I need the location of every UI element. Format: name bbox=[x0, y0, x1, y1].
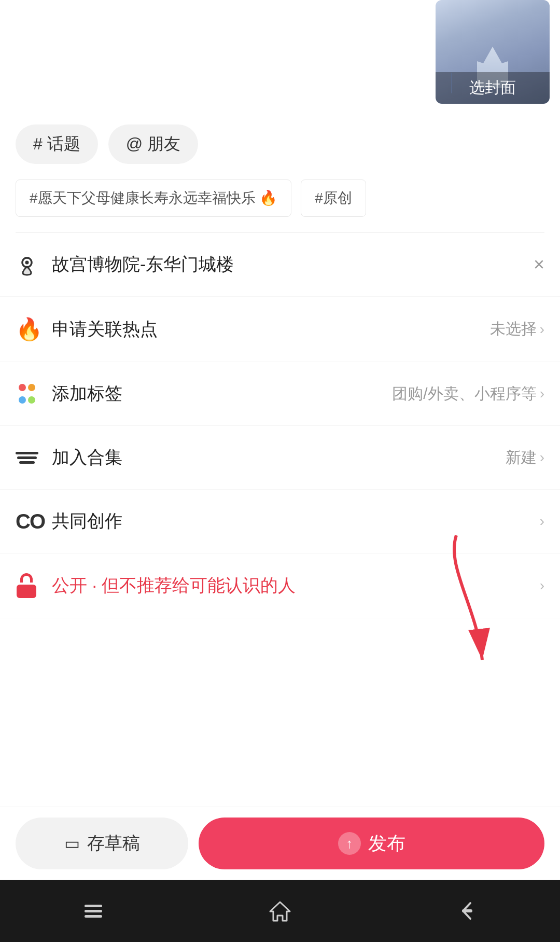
hashtag-text-1: #原创 bbox=[315, 188, 352, 208]
friend-label: @ 朋友 bbox=[126, 133, 180, 156]
hashtag-chip-0[interactable]: #愿天下父母健康长寿永远幸福快乐 🔥 bbox=[16, 179, 291, 217]
hashtag-chip-1[interactable]: #原创 bbox=[301, 179, 366, 217]
collection-value-text: 新建 bbox=[506, 447, 537, 468]
co-create-row[interactable]: CO 共同创作 › bbox=[0, 490, 560, 553]
tag-pills-area: # 话题 @ 朋友 bbox=[0, 114, 560, 174]
publish-button[interactable]: ↑ 发布 bbox=[199, 818, 544, 869]
privacy-row[interactable]: 公开 · 但不推荐给可能认识的人 › bbox=[0, 553, 560, 618]
friend-pill[interactable]: @ 朋友 bbox=[108, 124, 198, 164]
dots-icon bbox=[16, 382, 52, 405]
nav-bar bbox=[0, 880, 560, 942]
hot-row[interactable]: 🔥 申请关联热点 未选择 › bbox=[0, 297, 560, 362]
draft-icon: ▭ bbox=[64, 834, 80, 853]
svg-rect-5 bbox=[85, 915, 102, 918]
collection-value: 新建 › bbox=[506, 447, 544, 468]
hot-value-text: 未选择 bbox=[490, 318, 537, 340]
topic-pill[interactable]: # 话题 bbox=[16, 124, 98, 164]
nav-back-icon[interactable] bbox=[454, 898, 480, 924]
tag-row[interactable]: 添加标签 团购/外卖、小程序等 › bbox=[0, 362, 560, 426]
co-create-label: 共同创作 bbox=[52, 509, 540, 533]
lock-icon bbox=[16, 573, 52, 598]
topic-label: # 话题 bbox=[33, 133, 80, 156]
nav-menu-icon[interactable] bbox=[80, 898, 106, 924]
location-icon bbox=[16, 253, 52, 276]
layers-icon bbox=[16, 446, 52, 469]
privacy-chevron: › bbox=[540, 577, 544, 594]
privacy-label: 公开 · 但不推荐给可能认识的人 bbox=[52, 574, 540, 598]
draft-label: 存草稿 bbox=[87, 832, 140, 855]
nav-home-icon[interactable] bbox=[267, 898, 293, 924]
location-label: 故宫博物院-东华门城楼 bbox=[52, 253, 534, 276]
hot-chevron: › bbox=[540, 321, 544, 338]
svg-rect-4 bbox=[85, 910, 102, 912]
publish-label: 发布 bbox=[368, 831, 405, 856]
privacy-chevron-wrap: › bbox=[540, 577, 544, 594]
tag-value: 团购/外卖、小程序等 › bbox=[392, 383, 544, 405]
svg-rect-6 bbox=[462, 909, 472, 912]
tag-label: 添加标签 bbox=[52, 382, 392, 406]
hashtag-strip: #愿天下父母健康长寿永远幸福快乐 🔥 #原创 bbox=[0, 174, 560, 232]
co-create-chevron-wrap: › bbox=[540, 513, 544, 530]
svg-rect-3 bbox=[85, 905, 102, 907]
action-bar: ▭ 存草稿 ↑ 发布 bbox=[0, 807, 560, 880]
cover-thumbnail[interactable]: 选封面 bbox=[436, 0, 550, 104]
cover-label[interactable]: 选封面 bbox=[436, 72, 550, 104]
draft-button[interactable]: ▭ 存草稿 bbox=[16, 818, 188, 869]
collection-label: 加入合集 bbox=[52, 446, 506, 469]
location-close[interactable]: × bbox=[534, 254, 544, 275]
publish-icon: ↑ bbox=[338, 832, 361, 855]
tag-value-text: 团购/外卖、小程序等 bbox=[392, 383, 536, 405]
hot-label: 申请关联热点 bbox=[52, 317, 490, 341]
collection-chevron: › bbox=[540, 449, 544, 466]
list-rows: 故宫博物院-东华门城楼 × 🔥 申请关联热点 未选择 › 添加标签 团购/外卖、… bbox=[0, 233, 560, 618]
close-icon[interactable]: × bbox=[534, 254, 544, 275]
fire-icon: 🔥 bbox=[16, 316, 52, 342]
svg-point-1 bbox=[25, 261, 29, 265]
co-icon: CO bbox=[16, 510, 52, 533]
hot-value: 未选择 › bbox=[490, 318, 544, 340]
co-create-chevron: › bbox=[540, 513, 544, 530]
hashtag-text-0: #愿天下父母健康长寿永远幸福快乐 🔥 bbox=[30, 188, 277, 208]
location-row[interactable]: 故宫博物院-东华门城楼 × bbox=[0, 233, 560, 297]
collection-row[interactable]: 加入合集 新建 › bbox=[0, 426, 560, 490]
tag-chevron: › bbox=[540, 385, 544, 402]
bottom-spacer bbox=[0, 618, 560, 753]
cover-area: 选封面 bbox=[0, 0, 560, 114]
